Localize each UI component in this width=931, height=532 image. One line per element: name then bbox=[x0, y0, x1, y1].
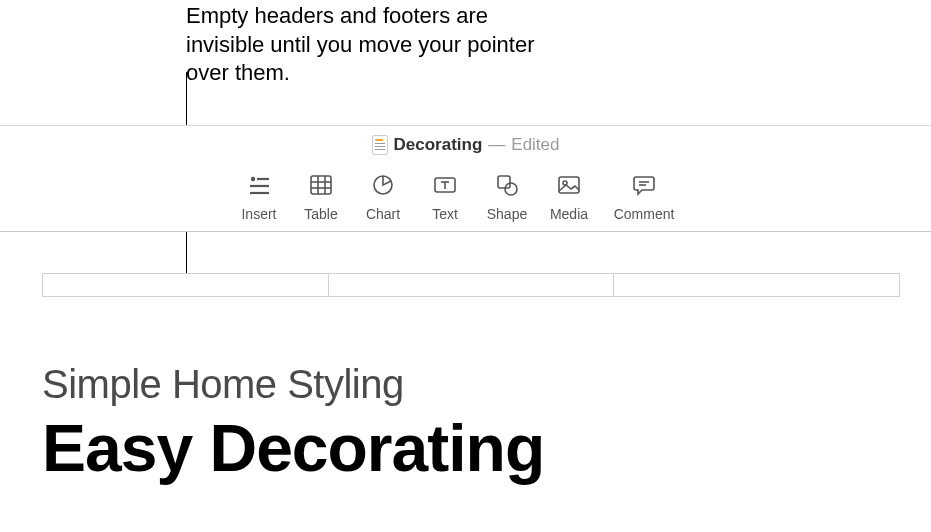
shape-button[interactable]: Shape bbox=[480, 168, 534, 226]
insert-icon bbox=[246, 172, 272, 198]
svg-rect-15 bbox=[559, 177, 579, 193]
shape-icon bbox=[494, 172, 520, 198]
callout-text: Empty headers and footers are invisible … bbox=[186, 2, 536, 88]
table-icon bbox=[308, 172, 334, 198]
text-icon bbox=[432, 172, 458, 198]
header-field-right[interactable] bbox=[614, 273, 900, 297]
toolbar: Insert Table Chart bbox=[0, 162, 931, 232]
comment-label: Comment bbox=[614, 206, 675, 222]
media-label: Media bbox=[550, 206, 588, 222]
table-label: Table bbox=[304, 206, 337, 222]
document-body[interactable]: Simple Home Styling Easy Decorating bbox=[42, 362, 544, 481]
media-button[interactable]: Media bbox=[542, 168, 596, 226]
document-name: Decorating bbox=[394, 135, 483, 155]
document-subtitle: Simple Home Styling bbox=[42, 362, 544, 407]
chart-icon bbox=[370, 172, 396, 198]
table-button[interactable]: Table bbox=[294, 168, 348, 226]
svg-point-14 bbox=[505, 183, 517, 195]
comment-button[interactable]: Comment bbox=[604, 168, 684, 226]
document-title-wrap: Decorating — Edited bbox=[372, 135, 560, 155]
media-icon bbox=[556, 172, 582, 198]
header-field-left[interactable] bbox=[42, 273, 329, 297]
document-title: Easy Decorating bbox=[42, 415, 544, 481]
document-status: Edited bbox=[511, 135, 559, 155]
svg-rect-13 bbox=[498, 176, 510, 188]
shape-label: Shape bbox=[487, 206, 527, 222]
document-icon bbox=[372, 135, 388, 155]
title-separator: — bbox=[488, 135, 505, 155]
insert-button[interactable]: Insert bbox=[232, 168, 286, 226]
svg-point-0 bbox=[251, 176, 255, 180]
text-label: Text bbox=[432, 206, 458, 222]
insert-label: Insert bbox=[241, 206, 276, 222]
svg-rect-4 bbox=[311, 176, 331, 194]
chart-label: Chart bbox=[366, 206, 400, 222]
document-header-region bbox=[42, 273, 900, 297]
comment-icon bbox=[631, 172, 657, 198]
text-button[interactable]: Text bbox=[418, 168, 472, 226]
chart-button[interactable]: Chart bbox=[356, 168, 410, 226]
header-field-center[interactable] bbox=[329, 273, 615, 297]
window-title-bar: Decorating — Edited bbox=[0, 125, 931, 163]
